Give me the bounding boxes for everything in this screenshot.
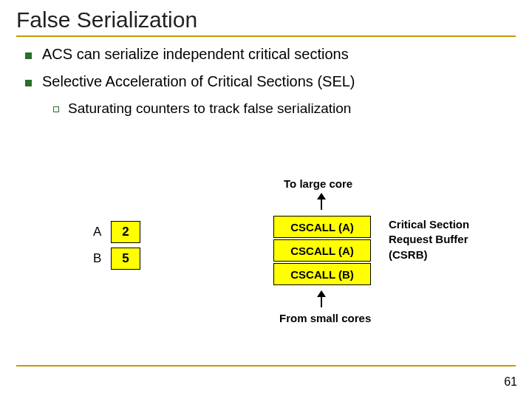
counter-label: A bbox=[93, 225, 111, 239]
bullet-2-sub-text: Saturating counters to track false seria… bbox=[68, 100, 351, 117]
table-row: B 5 bbox=[93, 247, 140, 270]
diagram: To large core A 2 B 5 CSCALL (A) CSCALL … bbox=[0, 177, 532, 369]
arrow-up-icon bbox=[321, 194, 322, 210]
footer-rule bbox=[16, 365, 516, 366]
csrb-label-line3: (CSRB) bbox=[389, 248, 469, 262]
counter-cell: 2 bbox=[111, 221, 140, 243]
table-row: A 2 bbox=[93, 220, 140, 244]
bullet-2: Selective Acceleration of Critical Secti… bbox=[25, 73, 516, 90]
bullet-2-text: Selective Acceleration of Critical Secti… bbox=[42, 73, 355, 90]
to-large-core-label: To large core bbox=[284, 177, 352, 190]
bullet-1: ACS can serialize independent critical s… bbox=[25, 46, 516, 63]
bullet-square-icon bbox=[25, 52, 32, 59]
bullet-2-sub: Saturating counters to track false seria… bbox=[53, 100, 516, 117]
request-buffer: CSCALL (A) CSCALL (A) CSCALL (B) bbox=[273, 216, 371, 285]
bullet-list: ACS can serialize independent critical s… bbox=[16, 46, 516, 117]
title-underline bbox=[16, 35, 516, 37]
bullet-square-icon bbox=[25, 80, 32, 86]
counter-table: A 2 B 5 bbox=[93, 220, 140, 270]
counter-cell: 5 bbox=[111, 248, 140, 270]
slide-title: False Serialization bbox=[16, 7, 516, 33]
csrb-label: Critical Section Request Buffer (CSRB) bbox=[389, 217, 469, 262]
from-small-cores-label: From small cores bbox=[279, 312, 371, 324]
page-number: 61 bbox=[504, 375, 517, 389]
slide-root: False Serialization ACS can serialize in… bbox=[0, 0, 532, 399]
csrb-label-line2: Request Buffer bbox=[389, 232, 469, 247]
buffer-cell: CSCALL (A) bbox=[273, 216, 371, 238]
csrb-label-line1: Critical Section bbox=[389, 217, 469, 232]
buffer-cell: CSCALL (B) bbox=[273, 263, 371, 285]
bullet-1-text: ACS can serialize independent critical s… bbox=[42, 46, 349, 63]
bullet-square-outline-icon bbox=[53, 106, 59, 112]
arrow-up-icon bbox=[321, 291, 322, 307]
buffer-cell: CSCALL (A) bbox=[273, 239, 371, 262]
counter-label: B bbox=[93, 251, 111, 266]
